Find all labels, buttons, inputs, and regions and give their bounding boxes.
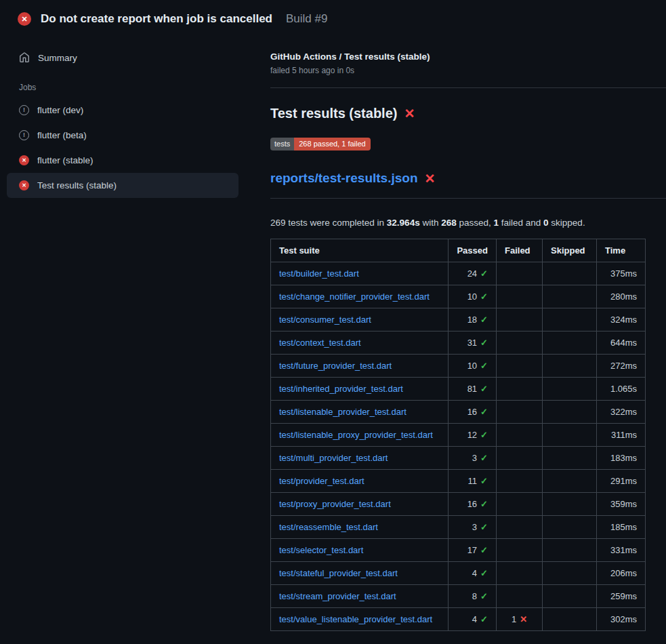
suite-cell: test/builder_test.dart: [271, 262, 449, 285]
suite-cell: test/stateful_provider_test.dart: [271, 562, 449, 585]
failed-cross-icon: ✕: [404, 107, 415, 120]
table-row: test/proxy_provider_test.dart16✓359ms: [271, 493, 646, 516]
skipped-cell: [543, 585, 597, 608]
sidebar-job-label: flutter (dev): [37, 105, 83, 115]
test-suite-link[interactable]: test/stream_provider_test.dart: [279, 591, 396, 601]
passed-cell: 11✓: [449, 470, 497, 493]
test-suite-link[interactable]: test/selector_test.dart: [279, 545, 363, 555]
table-row: test/context_test.dart31✓644ms: [271, 331, 646, 355]
passed-count: 17: [467, 545, 477, 555]
test-suite-link[interactable]: test/listenable_proxy_provider_test.dart: [279, 430, 433, 440]
passed-count: 16: [467, 407, 477, 417]
sidebar-item-summary[interactable]: Summary: [7, 45, 238, 71]
check-icon: ✓: [480, 591, 488, 601]
sidebar-item-flutter-beta[interactable]: ! flutter (beta): [7, 123, 238, 148]
test-suite-link[interactable]: test/reassemble_test.dart: [279, 522, 378, 532]
suite-cell: test/context_test.dart: [271, 331, 449, 355]
table-row: test/multi_provider_test.dart3✓183ms: [271, 447, 646, 470]
sidebar-item-flutter-dev[interactable]: ! flutter (dev): [7, 98, 238, 123]
suite-cell: test/stream_provider_test.dart: [271, 585, 449, 608]
passed-count: 18: [467, 315, 477, 325]
check-icon: ✓: [480, 407, 488, 417]
divider: [270, 87, 666, 88]
divider: [270, 198, 666, 199]
test-suite-link[interactable]: test/listenable_provider_test.dart: [279, 407, 407, 417]
test-suite-link[interactable]: test/provider_test.dart: [279, 476, 365, 486]
header-passed: Passed: [449, 239, 497, 262]
test-suite-link[interactable]: test/context_test.dart: [279, 338, 361, 348]
skipped-cell: [543, 447, 597, 470]
test-suite-link[interactable]: test/proxy_provider_test.dart: [279, 499, 391, 509]
table-row: test/inherited_provider_test.dart81✓1.06…: [271, 378, 646, 401]
passed-cell: 24✓: [449, 262, 497, 285]
skipped-cell: [543, 424, 597, 447]
passed-cell: 4✓: [449, 608, 497, 631]
passed-count: 4: [472, 568, 477, 578]
sidebar-item-test-results-stable[interactable]: ✕ Test results (stable): [7, 173, 238, 198]
time-cell: 291ms: [597, 470, 646, 493]
skipped-cell: [543, 401, 597, 424]
passed-count: 11: [468, 476, 478, 486]
test-suite-link[interactable]: test/consumer_test.dart: [279, 315, 371, 325]
time-cell: 644ms: [597, 331, 646, 355]
suite-cell: test/multi_provider_test.dart: [271, 447, 449, 470]
suite-cell: test/value_listenable_provider_test.dart: [271, 608, 449, 631]
check-icon: ✓: [480, 268, 488, 279]
table-row: test/reassemble_test.dart3✓185ms: [271, 516, 646, 539]
report-file-link[interactable]: reports/test-results.json: [270, 171, 418, 186]
failed-cell: [497, 378, 543, 401]
time-cell: 183ms: [597, 447, 646, 470]
main-content: GitHub Actions / Test results (stable) f…: [252, 35, 666, 631]
time-cell: 185ms: [597, 516, 646, 539]
passed-cell: 16✓: [449, 401, 497, 424]
failed-cell: [497, 516, 543, 539]
test-suite-link[interactable]: test/inherited_provider_test.dart: [279, 384, 403, 394]
time-cell: 331ms: [597, 539, 646, 562]
page-title: Do not create report when job is cancell…: [41, 12, 272, 26]
test-results-table: Test suite Passed Failed Skipped Time te…: [270, 239, 646, 631]
passed-cell: 10✓: [449, 355, 497, 378]
passed-cell: 31✓: [449, 331, 497, 355]
check-icon: ✓: [480, 361, 488, 371]
failed-status-icon: ✕: [18, 12, 31, 26]
test-suite-link[interactable]: test/stateful_provider_test.dart: [279, 568, 398, 578]
passed-cell: 8✓: [449, 585, 497, 608]
table-row: test/consumer_test.dart18✓324ms: [271, 308, 646, 331]
table-header-row: Test suite Passed Failed Skipped Time: [271, 239, 646, 262]
check-icon: ✓: [480, 522, 488, 532]
check-icon: ✓: [480, 476, 488, 486]
tests-badge: tests 268 passed, 1 failed: [270, 138, 371, 150]
test-suite-link[interactable]: test/change_notifier_provider_test.dart: [279, 291, 430, 302]
suite-cell: test/reassemble_test.dart: [271, 516, 449, 539]
skipped-cell: [543, 539, 597, 562]
check-icon: ✓: [480, 499, 488, 509]
summary-duration: 32.964s: [387, 218, 420, 228]
suite-cell: test/selector_test.dart: [271, 539, 449, 562]
failed-cell: [497, 493, 543, 516]
test-suite-link[interactable]: test/value_listenable_provider_test.dart: [279, 614, 432, 624]
passed-cell: 17✓: [449, 539, 497, 562]
skipped-cell: [543, 493, 597, 516]
sidebar-summary-label: Summary: [38, 53, 77, 63]
suite-cell: test/change_notifier_provider_test.dart: [271, 285, 449, 308]
sidebar-item-flutter-stable[interactable]: ✕ flutter (stable): [7, 148, 238, 173]
summary-skipped-count: 0: [543, 218, 549, 228]
suite-cell: test/listenable_proxy_provider_test.dart: [271, 424, 449, 447]
passed-count: 8: [472, 591, 477, 601]
time-cell: 324ms: [597, 308, 646, 331]
time-cell: 311ms: [597, 424, 646, 447]
time-cell: 302ms: [597, 608, 646, 631]
build-number: Build #9: [286, 12, 327, 26]
header-skipped: Skipped: [543, 239, 597, 262]
test-suite-link[interactable]: test/future_provider_test.dart: [279, 361, 392, 371]
jobs-section-label: Jobs: [7, 71, 238, 98]
check-icon: ✓: [480, 338, 488, 348]
skipped-cell: [543, 308, 597, 331]
skipped-cell: [543, 331, 597, 355]
test-suite-link[interactable]: test/multi_provider_test.dart: [279, 453, 388, 463]
passed-count: 16: [467, 499, 477, 509]
test-suite-link[interactable]: test/builder_test.dart: [279, 268, 359, 279]
skipped-cell: [543, 262, 597, 285]
header-failed: Failed: [497, 239, 543, 262]
skipped-cell: [543, 355, 597, 378]
